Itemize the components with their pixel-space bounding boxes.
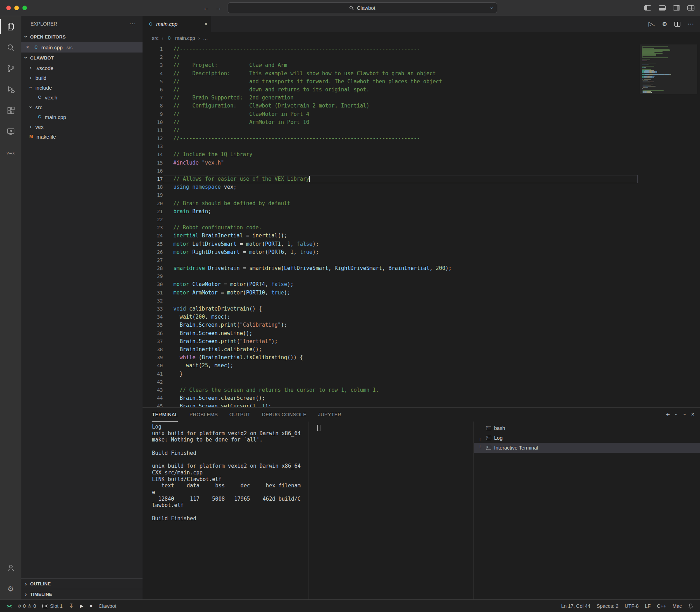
code-line[interactable]: 27 <box>143 256 638 264</box>
code-line[interactable]: 15#include "vex.h" <box>143 159 638 167</box>
activity-accounts[interactable] <box>0 557 21 578</box>
maximize-panel-icon[interactable]: › <box>682 414 687 416</box>
vex-stop-button[interactable]: ■ <box>86 600 95 612</box>
code-line[interactable]: 11// <box>143 126 638 134</box>
code-line[interactable]: 5// and transports it forward. The Clawb… <box>143 78 638 86</box>
more-actions-icon[interactable]: ··· <box>129 20 136 27</box>
run-file-button[interactable]: ▷› <box>649 20 655 28</box>
tab-debug-console[interactable]: DEBUG CONSOLE <box>262 408 306 422</box>
code-line[interactable]: 34 wait(200, msec); <box>143 313 638 321</box>
remote-indicator[interactable]: >< <box>4 600 14 612</box>
code-line[interactable]: 25motor LeftDriveSmart = motor(PORT1, 1,… <box>143 240 638 248</box>
tree-item-vex.h[interactable]: Cvex.h <box>21 92 143 102</box>
tree-item-build[interactable]: ›build <box>21 73 143 83</box>
code-line[interactable]: 38 BrainInertial.calibrate(); <box>143 346 638 354</box>
tree-item-makefile[interactable]: Mmakefile <box>21 132 143 141</box>
tree-item-main.cpp[interactable]: Cmain.cpp <box>21 112 143 122</box>
code-line[interactable]: 41 } <box>143 370 638 378</box>
shell-indicator[interactable]: Mac <box>670 600 685 612</box>
code-line[interactable]: 20// Brain should be defined by default <box>143 200 638 208</box>
tree-item-include[interactable]: ›include <box>21 83 143 92</box>
code-line[interactable]: 45 Brain.Screen.setCursor(1, 1); <box>143 402 638 407</box>
code-line[interactable]: 9// ClawMotor in Port 4 <box>143 110 638 118</box>
code-line[interactable]: 31motor ArmMotor = motor(PORT10, true); <box>143 289 638 297</box>
code-line[interactable]: 33void calibrateDrivetrain() { <box>143 305 638 313</box>
minimap[interactable] <box>642 46 695 93</box>
customize-layout-icon[interactable] <box>687 5 694 11</box>
breadcrumb-file[interactable]: main.cpp <box>175 35 195 41</box>
code-line[interactable]: 10// ArmMotor in Port 10 <box>143 118 638 126</box>
code-line[interactable]: 4// Description: This example will show … <box>143 70 638 78</box>
chevron-down-icon[interactable]: › <box>674 414 679 416</box>
terminal-list-item-log[interactable]: ┌Log <box>474 433 700 443</box>
code-line[interactable]: 40 wait(25, msec); <box>143 362 638 370</box>
vex-device-name[interactable]: Clawbot <box>95 600 119 612</box>
code-line[interactable]: 6// down and returns to its original spo… <box>143 86 638 94</box>
toggle-sidebar-icon[interactable] <box>644 5 651 11</box>
code-line[interactable]: 28smartdrive Drivetrain = smartdrive(Lef… <box>143 264 638 272</box>
code-line[interactable]: 43 // Clears the screen and returns the … <box>143 386 638 394</box>
split-editor-icon[interactable] <box>674 22 680 27</box>
activity-explorer[interactable] <box>0 16 21 37</box>
toggle-secondary-sidebar-icon[interactable] <box>673 5 680 11</box>
activity-settings[interactable]: ⚙ <box>0 578 21 599</box>
vex-download-button[interactable]: ↧ <box>66 600 77 612</box>
problems-indicator[interactable]: ⊘ 0 ⚠ 0 <box>14 600 39 612</box>
toggle-panel-icon[interactable] <box>659 5 666 11</box>
code-line[interactable]: 29 <box>143 272 638 280</box>
back-arrow-icon[interactable]: ← <box>203 4 210 12</box>
new-terminal-icon[interactable]: + <box>666 410 670 419</box>
terminal-interactive[interactable] <box>308 422 473 599</box>
code-line[interactable]: 12//------------------------------------… <box>143 134 638 142</box>
indentation[interactable]: Spaces: 2 <box>594 600 622 612</box>
breadcrumb-symbol[interactable]: … <box>203 35 208 41</box>
chevron-down-icon[interactable]: › <box>489 7 495 9</box>
forward-arrow-icon[interactable]: → <box>215 4 222 12</box>
code-line[interactable]: 21brain Brain; <box>143 208 638 216</box>
code-line[interactable]: 7// Brain Supported: 2nd generation <box>143 94 638 102</box>
gear-icon[interactable]: ⚙ <box>662 21 667 27</box>
open-editor-main-cpp[interactable]: × C main.cpp src <box>21 42 143 53</box>
code-line[interactable]: 32 <box>143 297 638 305</box>
workspace-header[interactable]: › CLAWBOT <box>21 53 143 63</box>
code-line[interactable]: 36 Brain.Screen.newLine(); <box>143 329 638 338</box>
activity-source-control[interactable] <box>0 58 21 79</box>
code-line[interactable]: 3// Project: Claw and Arm <box>143 61 638 69</box>
command-center[interactable]: Clawbot › <box>228 2 497 13</box>
tab-terminal[interactable]: TERMINAL <box>152 408 178 422</box>
tree-item-src[interactable]: ›src <box>21 102 143 112</box>
vex-slot-selector[interactable]: Slot 1 <box>39 600 66 612</box>
language-mode[interactable]: C++ <box>654 600 669 612</box>
code-line[interactable]: 8// Configuration: Clawbot (Drivetrain 2… <box>143 102 638 110</box>
code-line[interactable]: 1//-------------------------------------… <box>143 45 638 53</box>
code-line[interactable]: 42 <box>143 378 638 386</box>
activity-remote-explorer[interactable] <box>0 121 21 142</box>
activity-extensions[interactable] <box>0 100 21 121</box>
terminal-output[interactable]: Logunix build for platform vexiq2 on Dar… <box>143 422 308 599</box>
code-line[interactable]: 22 <box>143 216 638 224</box>
activity-run-debug[interactable] <box>0 79 21 100</box>
terminal-list-item-bash[interactable]: bash <box>474 423 700 433</box>
activity-search[interactable] <box>0 37 21 58</box>
tab-problems[interactable]: PROBLEMS <box>189 408 218 422</box>
code-line[interactable]: 19 <box>143 191 638 199</box>
close-icon[interactable]: × <box>26 44 31 50</box>
code-line[interactable]: 23// Robot configuration code. <box>143 224 638 232</box>
vex-play-button[interactable]: ▶ <box>77 600 86 612</box>
code-line[interactable]: 24inertial BrainInertial = inertial(); <box>143 232 638 240</box>
code-line[interactable]: 18using namespace vex; <box>143 183 638 191</box>
encoding[interactable]: UTF-8 <box>622 600 642 612</box>
terminal-list-item-interactive-terminal[interactable]: └Interactive Terminal <box>474 443 700 453</box>
tree-item-vex[interactable]: ›vex <box>21 122 143 132</box>
outline-section[interactable]: › OUTLINE <box>21 578 143 589</box>
close-icon[interactable]: × <box>204 21 208 28</box>
code-line[interactable]: 2// <box>143 53 638 61</box>
code-line[interactable]: 16 <box>143 167 638 175</box>
tree-item-.vscode[interactable]: ›.vscode <box>21 63 143 73</box>
close-panel-icon[interactable]: × <box>691 411 694 418</box>
tab-jupyter[interactable]: JUPYTER <box>318 408 341 422</box>
code-line[interactable]: 17// Allows for easier use of the VEX Li… <box>143 175 638 183</box>
tab-main-cpp[interactable]: C main.cpp × <box>143 16 211 32</box>
code-line[interactable]: 37 Brain.Screen.print("Inertial"); <box>143 338 638 346</box>
notifications-button[interactable] <box>685 600 696 612</box>
